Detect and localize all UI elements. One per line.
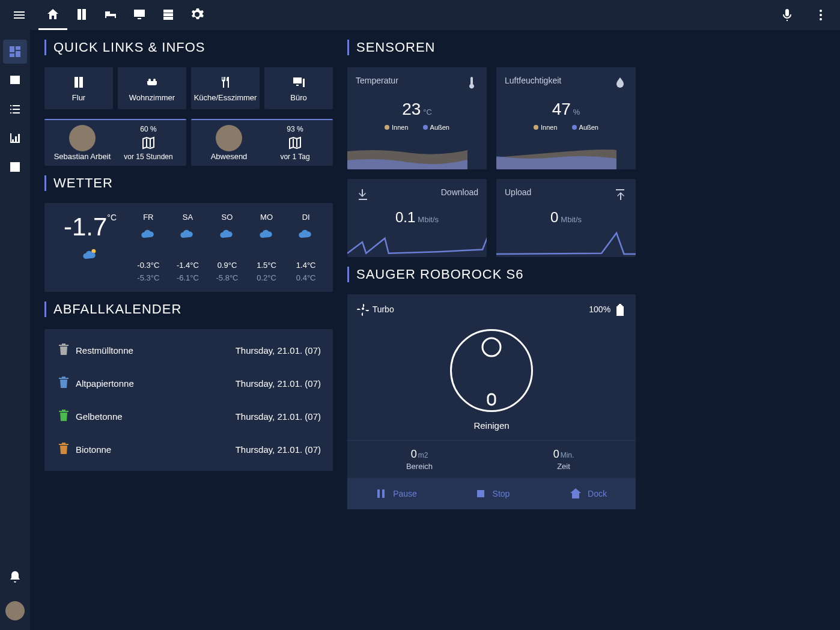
vacuum-mode: Turbo (373, 304, 394, 314)
dots-vertical-icon (814, 8, 828, 22)
section-abfall-title: ABFALLKALENDER (44, 301, 333, 317)
list-icon (8, 102, 22, 117)
sidebar-dashboard[interactable] (3, 40, 27, 64)
weather-day-0[interactable]: FR -0.3°C -5.3°C (131, 213, 166, 282)
weather-day-label: SO (210, 213, 245, 222)
sidebar-list[interactable] (3, 97, 27, 121)
water-icon (613, 76, 627, 90)
thermometer-icon (464, 76, 478, 90)
abfall-date: Thursday, 21.01. (07) (236, 345, 321, 356)
user-avatar[interactable] (5, 601, 25, 620)
sensor-temp-unit: °C (423, 108, 432, 117)
quicklink-icon-0 (72, 75, 86, 89)
abfall-date: Thursday, 21.01. (07) (236, 411, 321, 422)
abfall-date: Thursday, 21.01. (07) (236, 378, 321, 389)
weather-day-3[interactable]: MO 1.5°C 0.2°C (249, 213, 284, 282)
tab-bedroom[interactable] (96, 0, 125, 30)
download-icon (356, 187, 370, 202)
person-name: Sebastian Arbeit (54, 152, 111, 161)
weather-day-lo: 0.4°C (288, 273, 323, 282)
abfall-row-1[interactable]: Altpapiertonne Thursday, 21.01. (07) (44, 367, 333, 400)
weather-day-1[interactable]: SA -1.4°C -6.1°C (171, 213, 205, 282)
svg-point-5 (482, 338, 501, 356)
upload-sparkline (496, 227, 636, 257)
abfall-row-0[interactable]: Restmülltonne Thursday, 21.01. (07) (44, 334, 333, 367)
weather-day-hi: -0.3°C (131, 261, 166, 270)
vacuum-dock-button[interactable]: Dock (540, 478, 636, 509)
vacuum-stop-button[interactable]: Stop (443, 478, 540, 509)
topbar (0, 0, 840, 30)
sensor-download[interactable]: Download 0.1Mbit/s (347, 179, 487, 257)
vacuum-pause-button[interactable]: Pause (347, 478, 443, 509)
quicklink-3[interactable]: Büro (264, 67, 333, 109)
vacuum-battery: 100% (589, 304, 610, 314)
menu-button[interactable] (5, 1, 34, 29)
abfall-row-3[interactable]: Biotonne Thursday, 21.01. (07) (44, 433, 333, 466)
more-button[interactable] (806, 1, 835, 29)
chart-icon (8, 131, 22, 145)
sensor-temperature[interactable]: Temperatur 23°C InnenAußen (347, 67, 487, 169)
play-box-icon (8, 160, 22, 174)
abfall-name: Biotonne (76, 444, 236, 455)
map-icon (141, 136, 156, 150)
sidebar-stats[interactable] (3, 126, 27, 150)
svg-point-2 (820, 18, 822, 20)
desktop-icon (132, 7, 147, 22)
sidebar (0, 30, 30, 630)
legend-innen-2: Innen (541, 124, 558, 131)
vacuum-status: Reinigen (473, 420, 509, 431)
svg-rect-6 (488, 394, 495, 405)
sensor-hum-value: 47 (552, 100, 571, 118)
upload-value: 0 (550, 209, 558, 225)
person-name: Abwesend (211, 152, 248, 161)
sidebar-notifications[interactable] (3, 565, 27, 589)
mic-icon (780, 8, 794, 22)
sidebar-person[interactable] (3, 68, 27, 92)
sidebar-media[interactable] (3, 155, 27, 179)
stop-icon (473, 486, 488, 501)
weather-card[interactable]: -1.7°C FR -0.3°C -5.3°C SA -1.4°C -6.1°C… (44, 203, 333, 292)
person-card-1[interactable]: Abwesend 93 %vor 1 Tag (191, 119, 333, 166)
svg-point-4 (451, 330, 532, 411)
tab-rooms[interactable] (67, 0, 96, 30)
weather-day-4[interactable]: DI 1.4°C 0.4°C (288, 213, 323, 282)
tab-office[interactable] (125, 0, 154, 30)
legend-innen: Innen (392, 124, 409, 131)
battery-icon (613, 303, 627, 317)
section-sensoren-title: SENSOREN (347, 40, 636, 55)
fan-icon (356, 303, 370, 317)
tab-home[interactable] (38, 0, 67, 30)
sensor-upload[interactable]: Upload 0Mbit/s (496, 179, 636, 257)
sensor-humidity[interactable]: Luftfeuchtigkeit 47% InnenAußen (496, 67, 636, 169)
weather-now-unit: °C (107, 213, 117, 222)
abfall-card: Restmülltonne Thursday, 21.01. (07) Altp… (44, 329, 333, 471)
person-card-0[interactable]: Sebastian Arbeit 60 %vor 15 Stunden (44, 119, 186, 166)
quicklink-2[interactable]: Küche/Esszimmer (191, 67, 260, 109)
section-sauger-title: SAUGER ROBOROCK S6 (347, 267, 636, 282)
quicklink-label: Flur (72, 93, 85, 102)
abfall-name: Restmülltonne (76, 345, 236, 356)
tab-settings[interactable] (183, 0, 212, 30)
quicklink-0[interactable]: Flur (44, 67, 113, 109)
hamburger-icon (12, 8, 26, 22)
sensor-hum-label: Luftfeuchtigkeit (505, 76, 561, 90)
person-card-icon (8, 73, 22, 88)
tab-server[interactable] (154, 0, 183, 30)
weather-day-2[interactable]: SO 0.9°C -5.8°C (210, 213, 245, 282)
abfall-row-2[interactable]: Gelbetonne Thursday, 21.01. (07) (44, 400, 333, 433)
gear-icon (190, 7, 204, 22)
weather-now-temp: -1.7 (64, 213, 107, 241)
hum-sparkline (496, 139, 616, 169)
voice-button[interactable] (773, 1, 802, 29)
quicklink-1[interactable]: Wohnzimmer (118, 67, 186, 109)
person-avatar (69, 125, 96, 151)
download-value: 0.1 (395, 209, 415, 225)
abfall-name: Gelbetonne (76, 411, 236, 422)
bed-icon (103, 7, 118, 22)
top-nav (38, 0, 212, 30)
person-avatar (216, 125, 242, 151)
weather-day-label: FR (131, 213, 166, 222)
temp-sparkline (347, 139, 467, 169)
legend-aussen: Außen (430, 124, 449, 131)
sensor-temp-label: Temperatur (356, 76, 398, 90)
